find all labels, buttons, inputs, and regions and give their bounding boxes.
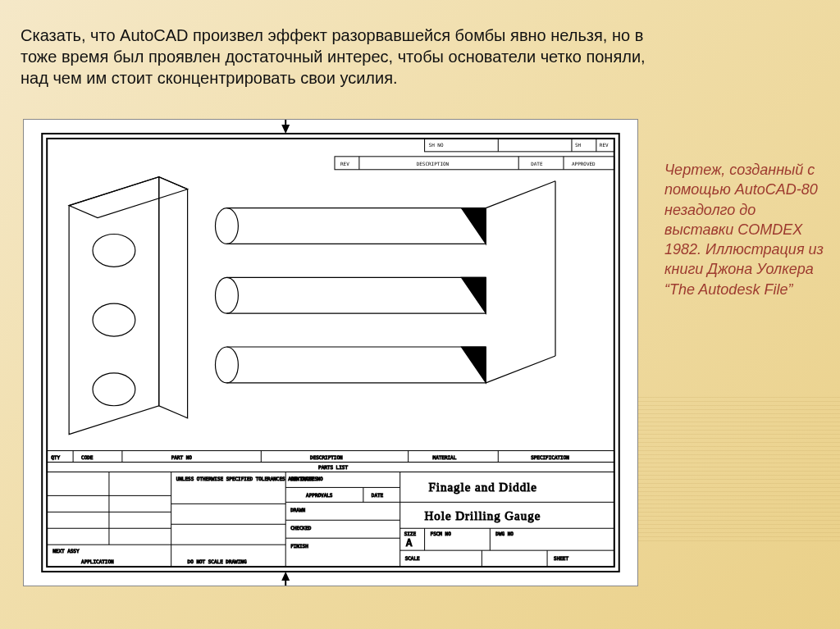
svg-point-22 — [93, 235, 135, 267]
svg-text:DATE: DATE — [372, 492, 384, 498]
svg-text:QTY: QTY — [51, 454, 60, 460]
svg-text:DATE: DATE — [531, 161, 543, 166]
svg-text:REV: REV — [340, 161, 349, 166]
svg-text:A: A — [406, 536, 413, 549]
svg-point-33 — [215, 347, 238, 383]
svg-text:APPLICATION: APPLICATION — [81, 558, 114, 564]
svg-marker-32 — [461, 277, 486, 313]
svg-text:SPECIFICATION: SPECIFICATION — [531, 454, 569, 460]
svg-text:REV: REV — [600, 142, 609, 148]
svg-line-38 — [486, 356, 555, 383]
svg-text:PART NO: PART NO — [171, 454, 193, 460]
svg-text:PARTS LIST: PARTS LIST — [318, 464, 348, 470]
svg-point-29 — [215, 277, 238, 313]
svg-text:SH NO: SH NO — [429, 142, 444, 148]
autocad-drawing: SH NO SH REV REV DESCRIPTION DATE APPROV… — [23, 119, 638, 586]
svg-text:MATERIAL: MATERIAL — [433, 454, 457, 460]
svg-text:DRAWN: DRAWN — [290, 507, 305, 513]
svg-text:CODE: CODE — [81, 454, 94, 460]
svg-text:SIZE: SIZE — [404, 531, 417, 536]
center-mark-bottom-icon — [281, 572, 290, 581]
svg-text:DWG NO: DWG NO — [495, 531, 514, 536]
svg-text:FSCM NO: FSCM NO — [431, 531, 452, 536]
svg-marker-19 — [69, 177, 159, 435]
cylinders — [215, 181, 555, 383]
svg-text:DO NOT SCALE DRAWING: DO NOT SCALE DRAWING — [188, 558, 247, 564]
svg-text:SCALE: SCALE — [405, 555, 420, 561]
svg-text:Finagle and Diddle: Finagle and Diddle — [429, 481, 537, 494]
svg-text:CONTRACT NO: CONTRACT NO — [290, 476, 323, 481]
revision-header: REV DESCRIPTION DATE APPROVED — [335, 157, 614, 170]
drilled-plate — [69, 177, 187, 435]
svg-line-37 — [486, 181, 555, 208]
background-hatch — [610, 394, 840, 541]
main-paragraph: Сказать, что AutoCAD произвел эффект раз… — [21, 25, 660, 89]
image-caption: Чертеж, созданный с помощью AutoCAD-80 н… — [664, 160, 829, 299]
svg-text:SHEET: SHEET — [554, 555, 568, 561]
top-right-titleblock: SH NO SH REV — [425, 139, 614, 152]
svg-point-23 — [93, 303, 135, 336]
svg-text:DESCRIPTION: DESCRIPTION — [417, 161, 450, 166]
center-mark-top-icon — [281, 125, 290, 134]
svg-marker-21 — [69, 177, 187, 218]
svg-rect-0 — [42, 134, 619, 572]
svg-text:Hole Drilling Gauge: Hole Drilling Gauge — [425, 509, 541, 522]
svg-text:APPROVALS: APPROVALS — [306, 492, 333, 498]
svg-text:CHECKED: CHECKED — [290, 525, 312, 531]
svg-point-25 — [215, 208, 238, 244]
svg-text:NEXT ASSY: NEXT ASSY — [52, 548, 80, 554]
drawing-svg: SH NO SH REV REV DESCRIPTION DATE APPROV… — [24, 120, 637, 586]
bottom-titleblock: QTY CODE PART NO DESCRIPTION MATERIAL SP… — [47, 451, 614, 567]
svg-marker-36 — [461, 347, 486, 383]
svg-marker-20 — [159, 177, 188, 418]
svg-text:DESCRIPTION: DESCRIPTION — [310, 454, 343, 460]
svg-text:SH: SH — [575, 142, 582, 148]
svg-rect-4 — [425, 139, 614, 152]
svg-point-24 — [93, 373, 135, 406]
svg-text:FINISH: FINISH — [290, 543, 308, 549]
svg-text:APPROVED: APPROVED — [572, 161, 596, 166]
svg-marker-28 — [461, 208, 486, 244]
